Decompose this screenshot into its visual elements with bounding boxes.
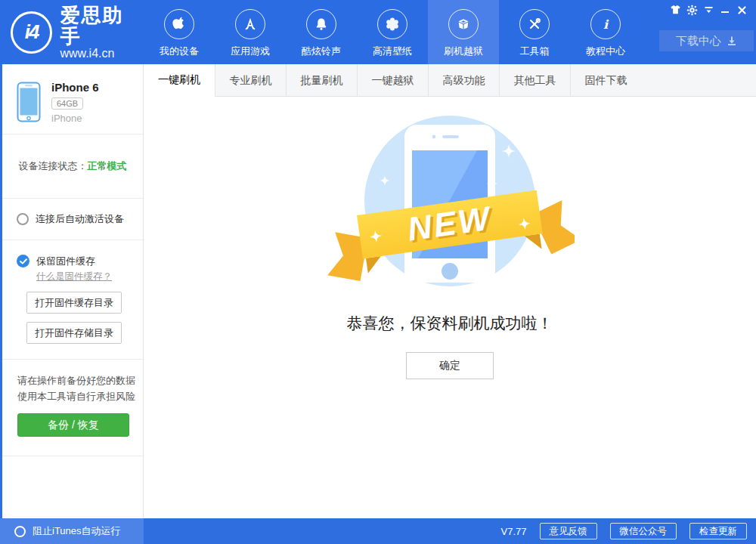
app-title: 爱思助手 bbox=[60, 5, 144, 47]
block-itunes-radio[interactable] bbox=[14, 526, 26, 537]
wechat-official-button[interactable]: 微信公众号 bbox=[610, 523, 677, 539]
block-itunes-label: 阻止iTunes自动运行 bbox=[33, 524, 121, 538]
nav-label: 我的设备 bbox=[160, 45, 199, 58]
version-label: V7.77 bbox=[501, 526, 527, 537]
device-panel: iPhone 6 64GB iPhone bbox=[2, 64, 143, 134]
cache-help-link[interactable]: 什么是固件缓存？ bbox=[36, 270, 112, 283]
app-logo: i4 爱思助手 www.i4.cn bbox=[0, 0, 144, 64]
nav-flash-jailbreak[interactable]: 刷机越狱 bbox=[428, 0, 499, 64]
download-center-button[interactable]: 下载中心 bbox=[659, 30, 754, 51]
nav-tutorials[interactable]: i 教程中心 bbox=[570, 0, 641, 64]
block-itunes-row: 阻止iTunes自动运行 bbox=[0, 518, 144, 544]
flower-icon bbox=[377, 9, 407, 39]
svg-text:i: i bbox=[603, 17, 609, 32]
confirm-button[interactable]: 确定 bbox=[406, 352, 494, 379]
sidebar-spacer bbox=[2, 456, 143, 518]
bottom-bar: 阻止iTunes自动运行 V7.77 意见反馈 微信公众号 检查更新 bbox=[0, 518, 756, 544]
nav-label: 教程中心 bbox=[586, 45, 625, 58]
i4-logo-icon: i4 bbox=[11, 11, 52, 54]
open-storage-dir-button[interactable]: 打开固件存储目录 bbox=[26, 322, 122, 344]
iphone-device-icon bbox=[17, 82, 41, 122]
close-icon[interactable] bbox=[733, 3, 750, 17]
backup-panel: 请在操作前备份好您的数据 使用本工具请自行承担风险 备份 / 恢复 bbox=[2, 360, 143, 456]
main-area: 一键刷机 专业刷机 批量刷机 一键越狱 高级功能 其他工具 固件下载 bbox=[144, 64, 756, 518]
backup-restore-button[interactable]: 备份 / 恢复 bbox=[17, 413, 129, 437]
feedback-button[interactable]: 意见反馈 bbox=[540, 523, 597, 539]
status-label: 设备连接状态： bbox=[19, 159, 88, 173]
apple-icon bbox=[164, 9, 194, 39]
tools-icon bbox=[519, 9, 550, 39]
header: i4 爱思助手 www.i4.cn 我的设备 应用游戏 bbox=[0, 0, 756, 64]
package-icon bbox=[448, 9, 479, 39]
sidebar: iPhone 6 64GB iPhone 设备连接状态： 正常模式 连接后自动激… bbox=[0, 64, 144, 518]
appstore-icon bbox=[235, 9, 265, 39]
connection-status: 设备连接状态： 正常模式 bbox=[2, 134, 143, 199]
nav-label: 刷机越狱 bbox=[444, 45, 483, 58]
nav-label: 工具箱 bbox=[520, 45, 550, 58]
auto-activate-radio[interactable] bbox=[17, 213, 29, 225]
check-icon bbox=[20, 258, 27, 264]
nav-label: 酷炫铃声 bbox=[302, 45, 341, 58]
firmware-cache-panel: 保留固件缓存 什么是固件缓存？ 打开固件缓存目录 打开固件存储目录 bbox=[2, 240, 143, 360]
device-name: iPhone 6 bbox=[51, 81, 99, 94]
device-model: iPhone bbox=[51, 113, 82, 124]
tab-bar: 一键刷机 专业刷机 批量刷机 一键越狱 高级功能 其他工具 固件下载 bbox=[144, 64, 756, 97]
tab-firmware-download[interactable]: 固件下载 bbox=[570, 64, 641, 97]
app-window: i4 爱思助手 www.i4.cn 我的设备 应用游戏 bbox=[0, 0, 756, 544]
keep-cache-checkbox[interactable] bbox=[17, 255, 29, 267]
tab-one-click-jailbreak[interactable]: 一键越狱 bbox=[357, 64, 428, 97]
auto-activate-row: 连接后自动激活设备 bbox=[2, 199, 143, 240]
tab-advanced[interactable]: 高级功能 bbox=[428, 64, 499, 97]
success-message: 恭喜您，保资料刷机成功啦！ bbox=[347, 313, 553, 334]
theme-skin-icon[interactable] bbox=[667, 3, 683, 17]
bell-icon bbox=[306, 9, 336, 39]
keep-cache-label: 保留固件缓存 bbox=[36, 255, 95, 267]
download-icon bbox=[727, 36, 737, 46]
download-center-label: 下载中心 bbox=[676, 34, 721, 48]
settings-gear-icon[interactable] bbox=[683, 3, 700, 17]
status-value: 正常模式 bbox=[88, 159, 127, 173]
minimize-icon[interactable] bbox=[717, 3, 733, 17]
nav-wallpapers[interactable]: 高清壁纸 bbox=[357, 0, 428, 64]
main-nav: 我的设备 应用游戏 酷炫铃声 高清壁纸 bbox=[144, 0, 641, 64]
nav-label: 应用游戏 bbox=[231, 45, 270, 58]
warning-text-line2: 使用本工具请自行承担风险 bbox=[17, 388, 143, 404]
nav-label: 高清壁纸 bbox=[373, 45, 412, 58]
tab-batch-flash[interactable]: 批量刷机 bbox=[286, 64, 357, 97]
nav-my-devices[interactable]: 我的设备 bbox=[144, 0, 215, 64]
tab-pro-flash[interactable]: 专业刷机 bbox=[215, 64, 286, 97]
nav-ringtones[interactable]: 酷炫铃声 bbox=[286, 0, 357, 64]
bottom-bar-right: V7.77 意见反馈 微信公众号 检查更新 bbox=[144, 518, 756, 544]
open-cache-dir-button[interactable]: 打开固件缓存目录 bbox=[26, 292, 122, 314]
menu-dropdown-icon[interactable] bbox=[700, 3, 717, 17]
app-url: www.i4.cn bbox=[60, 47, 144, 60]
window-controls bbox=[667, 3, 750, 17]
nav-apps-games[interactable]: 应用游戏 bbox=[215, 0, 286, 64]
device-capacity-badge: 64GB bbox=[51, 97, 83, 110]
nav-toolbox[interactable]: 工具箱 bbox=[499, 0, 570, 64]
tab-other-tools[interactable]: 其他工具 bbox=[499, 64, 570, 97]
warning-text-line1: 请在操作前备份好您的数据 bbox=[17, 372, 143, 388]
new-phone-illustration: NEW NEW bbox=[325, 104, 575, 302]
auto-activate-label: 连接后自动激活设备 bbox=[36, 212, 124, 226]
flash-success-view: NEW NEW 恭喜您，保资料刷机成功啦！ 确定 bbox=[144, 97, 756, 518]
check-update-button[interactable]: 检查更新 bbox=[689, 523, 747, 539]
tab-one-click-flash[interactable]: 一键刷机 bbox=[144, 64, 215, 97]
info-icon: i bbox=[590, 9, 621, 39]
